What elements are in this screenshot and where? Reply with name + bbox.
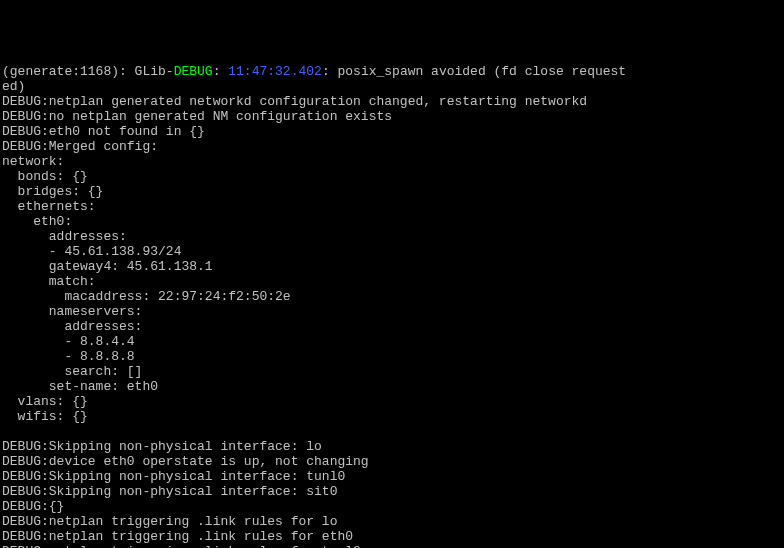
timestamp: 11:47:32.402 <box>228 64 322 79</box>
log-prefix: (generate:1168): GLib- <box>2 64 174 79</box>
terminal-output: (generate:1168): GLib-DEBUG: 11:47:32.40… <box>0 60 784 548</box>
debug-label: DEBUG <box>174 64 213 79</box>
terminal-lines: DEBUG:netplan generated networkd configu… <box>2 94 782 548</box>
colon: : <box>213 64 229 79</box>
